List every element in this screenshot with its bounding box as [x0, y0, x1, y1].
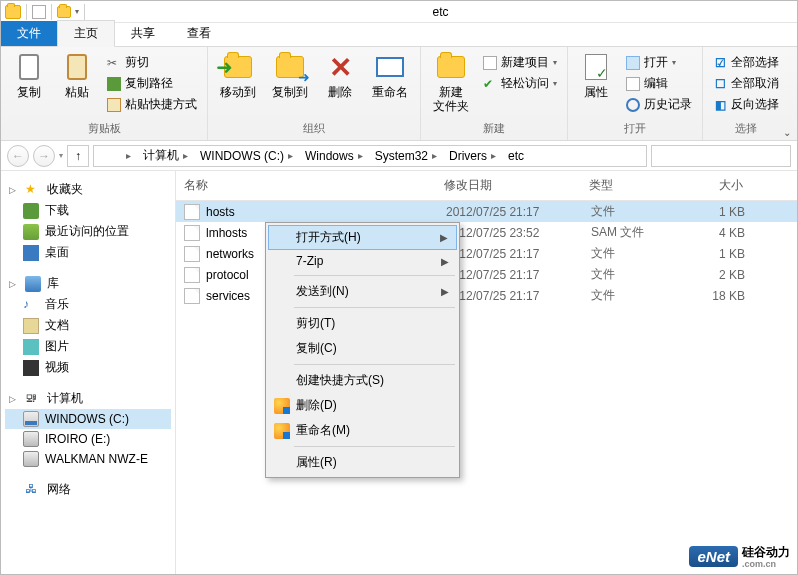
copy-path-button[interactable]: 复制路径 — [103, 74, 201, 93]
qat-dropdown-icon[interactable]: ▾ — [75, 7, 79, 16]
col-size[interactable]: 大小 — [681, 175, 751, 196]
nav-desktop[interactable]: 桌面 — [5, 242, 171, 263]
edit-button[interactable]: 编辑 — [622, 74, 696, 93]
history-icon — [626, 98, 640, 112]
file-icon — [184, 246, 200, 262]
file-icon — [184, 225, 200, 241]
crumb-computer[interactable]: 计算机▸ — [137, 146, 194, 166]
crumb-system32[interactable]: System32▸ — [369, 146, 443, 166]
move-to-button[interactable]: ➜ 移动到 — [214, 49, 262, 101]
ctx-copy[interactable]: 复制(C) — [268, 336, 457, 361]
nav-favorites-head[interactable]: ▷★收藏夹 — [5, 179, 171, 200]
nav-pictures[interactable]: 图片 — [5, 336, 171, 357]
easy-access-button[interactable]: ✔轻松访问 ▾ — [479, 74, 561, 93]
col-name[interactable]: 名称 — [176, 175, 436, 196]
ctx-cut[interactable]: 剪切(T) — [268, 311, 457, 336]
rename-button[interactable]: 重命名 — [366, 49, 414, 101]
open-button[interactable]: 打开 ▾ — [622, 53, 696, 72]
nav-videos[interactable]: 视频 — [5, 357, 171, 378]
new-item-button[interactable]: 新建项目 ▾ — [479, 53, 561, 72]
crumb-drive[interactable]: WINDOWS (C:)▸ — [194, 146, 299, 166]
nav-downloads[interactable]: 下载 — [5, 200, 171, 221]
col-date[interactable]: 修改日期 — [436, 175, 581, 196]
group-new: 新建文件夹 新建项目 ▾ ✔轻松访问 ▾ 新建 — [421, 47, 568, 140]
col-type[interactable]: 类型 — [581, 175, 681, 196]
group-clipboard: 复制 粘贴 ✂剪切 复制路径 粘贴快捷方式 剪贴板 — [1, 47, 208, 140]
crumb-drivers[interactable]: Drivers▸ — [443, 146, 502, 166]
ribbon: 复制 粘贴 ✂剪切 复制路径 粘贴快捷方式 剪贴板 ➜ 移动到 ➜ 复制到 — [1, 47, 797, 141]
submenu-arrow-icon: ▶ — [440, 232, 448, 243]
file-type: 文件 — [583, 245, 683, 262]
shield-icon — [274, 398, 290, 414]
file-type: SAM 文件 — [583, 224, 683, 241]
tab-share[interactable]: 共享 — [115, 21, 171, 46]
table-row[interactable]: hosts2012/07/25 21:17文件1 KB — [176, 201, 797, 222]
computer-icon: 🖳 — [25, 391, 41, 407]
paste-shortcut-button[interactable]: 粘贴快捷方式 — [103, 95, 201, 114]
check-icon: ☑ — [713, 56, 727, 70]
tab-view[interactable]: 查看 — [171, 21, 227, 46]
drive-icon — [23, 411, 39, 427]
ctx-send-to[interactable]: 发送到(N)▶ — [268, 279, 457, 304]
nav-computer-head[interactable]: ▷🖳计算机 — [5, 388, 171, 409]
copy-to-button[interactable]: ➜ 复制到 — [266, 49, 314, 101]
desktop-icon — [23, 245, 39, 261]
cut-button[interactable]: ✂剪切 — [103, 53, 201, 72]
group-new-label: 新建 — [483, 121, 505, 138]
group-select-label: 选择 — [735, 121, 757, 138]
nav-drive-c[interactable]: WINDOWS (C:) — [5, 409, 171, 429]
file-type: 文件 — [583, 203, 683, 220]
watermark-text: 硅谷动力.com.cn — [742, 544, 790, 569]
tab-file[interactable]: 文件 — [1, 21, 57, 46]
history-button[interactable]: 历史记录 — [622, 95, 696, 114]
nav-network-head[interactable]: ▷🖧网络 — [5, 479, 171, 500]
nav-documents[interactable]: 文档 — [5, 315, 171, 336]
group-organize-label: 组织 — [303, 121, 325, 138]
ctx-open-with[interactable]: 打开方式(H)▶ — [268, 225, 457, 250]
properties-button[interactable]: 属性 — [574, 49, 618, 101]
ctx-create-shortcut[interactable]: 创建快捷方式(S) — [268, 368, 457, 393]
library-icon — [25, 276, 41, 292]
nav-drive-e[interactable]: IROIRO (E:) — [5, 429, 171, 449]
group-open: 属性 打开 ▾ 编辑 历史记录 打开 — [568, 47, 703, 140]
nav-back-button[interactable]: ← — [7, 145, 29, 167]
select-none-button[interactable]: ☐全部取消 — [709, 74, 783, 93]
title-bar: ▾ etc — [1, 1, 797, 23]
crumb-windows[interactable]: Windows▸ — [299, 146, 369, 166]
open-icon — [626, 56, 640, 70]
ctx-properties[interactable]: 属性(R) — [268, 450, 457, 475]
file-date: 2012/07/25 21:17 — [438, 205, 583, 219]
ctx-7zip[interactable]: 7-Zip▶ — [268, 250, 457, 272]
group-select: ☑全部选择 ☐全部取消 ◧反向选择 选择 — [703, 47, 789, 140]
ribbon-tabs: 文件 主页 共享 查看 — [1, 23, 797, 47]
ribbon-expand-icon[interactable]: ⌄ — [783, 127, 791, 138]
crumb-etc[interactable]: etc — [502, 146, 530, 166]
nav-music[interactable]: ♪音乐 — [5, 294, 171, 315]
paste-button[interactable]: 粘贴 — [55, 49, 99, 101]
invert-icon: ◧ — [713, 98, 727, 112]
file-icon — [184, 267, 200, 283]
ctx-rename[interactable]: 重命名(M) — [268, 418, 457, 443]
breadcrumb[interactable]: ▸ 计算机▸ WINDOWS (C:)▸ Windows▸ System32▸ … — [93, 145, 647, 167]
delete-icon: ✕ — [329, 51, 352, 84]
network-icon: 🖧 — [25, 482, 41, 498]
nav-drive-walkman[interactable]: WALKMAN NWZ-E — [5, 449, 171, 469]
delete-button[interactable]: ✕ 删除 — [318, 49, 362, 101]
nav-forward-button[interactable]: → — [33, 145, 55, 167]
copy-button[interactable]: 复制 — [7, 49, 51, 101]
tab-home[interactable]: 主页 — [57, 20, 115, 47]
new-folder-button[interactable]: 新建文件夹 — [427, 49, 475, 116]
qat-newfolder-icon[interactable] — [57, 6, 71, 18]
nav-libraries-head[interactable]: ▷库 — [5, 273, 171, 294]
copypath-icon — [107, 77, 121, 91]
nav-up-button[interactable]: ↑ — [67, 145, 89, 167]
search-input[interactable] — [651, 145, 791, 167]
ctx-delete[interactable]: 删除(D) — [268, 393, 457, 418]
nav-recent-dropdown[interactable]: ▾ — [59, 151, 63, 160]
invert-selection-button[interactable]: ◧反向选择 — [709, 95, 783, 114]
crumb-root[interactable]: ▸ — [116, 146, 137, 166]
select-all-button[interactable]: ☑全部选择 — [709, 53, 783, 72]
qat-properties-icon[interactable] — [32, 5, 46, 19]
nav-recent[interactable]: 最近访问的位置 — [5, 221, 171, 242]
arrow-icon: ➜ — [216, 55, 233, 79]
